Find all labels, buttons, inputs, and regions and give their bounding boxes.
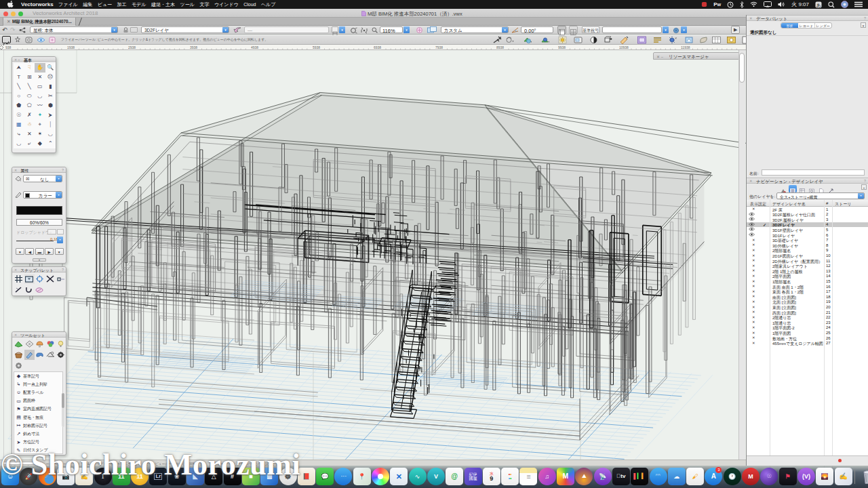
svg-text:あ: あ — [816, 2, 821, 7]
